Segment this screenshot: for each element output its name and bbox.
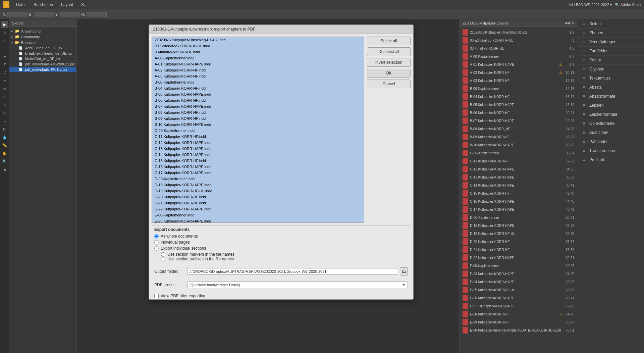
page-item[interactable]: B-05 Kultpapier-KORR-HAPE 18-19 bbox=[461, 101, 576, 109]
select-tool[interactable]: ▶ bbox=[1, 21, 8, 28]
page-item[interactable]: E27_Kultpapier-KORR-HAPE 72-73 bbox=[461, 302, 576, 310]
hand-tool[interactable]: ✋ bbox=[1, 150, 8, 157]
chapter-item[interactable]: C-00-Kapiteltrenner.indd bbox=[152, 128, 364, 134]
page-item[interactable]: D-18 Kultpapier-KORR-HAPE 52-53 bbox=[461, 221, 576, 230]
page-item[interactable]: B-00-Kapiteltrenner 14-15 bbox=[461, 85, 576, 93]
page-item[interactable]: E-25 Kultpapier-KORR-HF-UL 68-69 bbox=[461, 286, 576, 294]
chapter-item[interactable]: C-12 Kultpapier-KORR-HAPE.indd bbox=[152, 140, 364, 146]
collapse-panel-button[interactable]: ◀◀ bbox=[565, 21, 570, 25]
page-item[interactable]: A-01 Kultpapier-KORR-HAPE ⚠ 8-9 bbox=[461, 60, 576, 68]
panel-item-stroke[interactable]: ≡ Kontur bbox=[577, 56, 644, 65]
page-item[interactable]: D-21 Kultpapier-KORR-HF 58-59 bbox=[461, 246, 576, 254]
free-transform-tool[interactable]: ↔ bbox=[1, 117, 8, 125]
zoom-tool[interactable]: 🔍 bbox=[1, 158, 8, 165]
page-item[interactable]: C-15 Kultpapier-KORR-HF 42-43 bbox=[461, 189, 576, 197]
page-item[interactable]: E-24 Kultpapier-KORR-HAPE 66-67 bbox=[461, 278, 576, 286]
chapter-item[interactable]: D-20 Kultpapier-KORR-HF.indd bbox=[152, 194, 364, 200]
ellipse-tool[interactable]: ○ bbox=[1, 101, 8, 109]
page-item[interactable]: E-30 Kultpapier-Innentel-ARBEITSDATEI-v1… bbox=[461, 326, 576, 334]
menu-bearbeiten[interactable]: Bearbeiten bbox=[32, 2, 54, 8]
page-item[interactable]: B-09 Kultpapier-KORR-HF 26-27 bbox=[461, 133, 576, 141]
browse-folder-button[interactable]: 🗂 bbox=[400, 267, 408, 275]
panel-item-paragraph[interactable]: ≡ Absatz bbox=[577, 83, 644, 92]
page-item[interactable]: B-06 Kultpapier-KORR-HF 20-21 bbox=[461, 109, 576, 117]
page-item[interactable]: C-11 Kultpapier-KORR-HF 32-33 bbox=[461, 157, 576, 165]
page-item[interactable]: C-12 Kultpapier-KORR-HAPE 34-35 bbox=[461, 165, 576, 173]
chapter-item[interactable]: C-13 Kultpapier-KORR-HAPE.indd bbox=[152, 146, 364, 152]
page-item[interactable]: E-29 Kultpapier-KORR-HF 76-77 bbox=[461, 318, 576, 326]
page-item[interactable]: E-23 Kultpapier-KORR-HAPE 64-65 bbox=[461, 270, 576, 278]
y-input[interactable] bbox=[60, 12, 80, 17]
menu-layout[interactable]: Layout bbox=[60, 2, 74, 8]
page-item[interactable]: C-17 Kultpapier-KORR-HAPE 46-49 bbox=[461, 205, 576, 213]
menu-datei[interactable]: Datei bbox=[15, 2, 27, 8]
page-item[interactable]: D-19 Kultpapier-KORR-HF-UL 54-55 bbox=[461, 230, 576, 238]
chapter-item[interactable]: B-08 Kultpapier-KORR-HF.indd bbox=[152, 109, 364, 115]
chapter-item[interactable]: B-05 Kultpapier-KORR-HAPE.indd bbox=[152, 91, 364, 97]
fill-stroke-tool[interactable]: ■ bbox=[1, 166, 8, 173]
page-item[interactable]: A-02 Kultpapier-KORR-HF ⚠ 10-11 bbox=[461, 68, 576, 77]
chapter-item[interactable]: C-16 Kultpapier-KORR-HAPE.indd bbox=[152, 164, 364, 170]
page-item[interactable]: B-04 Kultpapier-KORR-HF 16-17 bbox=[461, 93, 576, 101]
view-pdf-label[interactable]: View PDF after exporting bbox=[161, 294, 205, 298]
chapter-item[interactable]: B-06 Kultpapier-KORR-HF.indd bbox=[152, 97, 364, 103]
page-item[interactable]: A-00-Kapiteltrenner 6-7 bbox=[461, 52, 576, 60]
gap-tool[interactable]: ⊞ bbox=[1, 45, 8, 52]
output-folder-input[interactable] bbox=[187, 268, 397, 275]
pencil-tool[interactable]: ✏ bbox=[1, 85, 8, 93]
radio-whole-documents[interactable]: As whole documents bbox=[154, 234, 408, 239]
radio-individual-pages[interactable]: Individual pages bbox=[154, 240, 408, 245]
tree-item-community[interactable]: ▶ 📁 Community bbox=[9, 34, 76, 40]
panel-item-para-styles[interactable]: ≡ Absatzformate bbox=[577, 92, 644, 101]
text-tool[interactable]: T bbox=[1, 61, 8, 68]
chapter-item[interactable]: B-09 Kultpapier-KORR-HF.indd bbox=[152, 115, 364, 121]
pdf-preset-select[interactable]: [Qualitativ hochwertiger Druck] bbox=[187, 282, 408, 288]
chapter-item[interactable]: 00-Inhalt-v3-KORR-UL.indd bbox=[152, 49, 364, 55]
tree-item-pdfindividuals1[interactable]: 📄 pdf_individuals-PK-200621.jsx bbox=[9, 61, 76, 67]
page-item[interactable]: 00 Editorial-v5-KORR-HF-UL 3 bbox=[461, 36, 576, 44]
tree-item-anwendung[interactable]: ▶ 📁 Anwendung bbox=[9, 28, 76, 34]
page-item[interactable]: C-13 Kultpapier-KORR-HAPE 36-37 bbox=[461, 173, 576, 181]
line-tool[interactable]: ╱ bbox=[1, 69, 8, 77]
radio-section-markers[interactable]: Use section markers in the file names bbox=[161, 252, 408, 257]
tree-item-breaktext[interactable]: 📄 BreakTextThread_de_DE.jsx bbox=[9, 51, 76, 56]
page-item[interactable]: D-22 Kultpapier-KORR-HAPE 60-61 bbox=[461, 254, 576, 262]
radio-section-prefixes[interactable]: Use section prefixes in the file names bbox=[161, 257, 408, 261]
chapter-item[interactable]: D-22 Kultpapier-KORR-HAPE.indd bbox=[152, 206, 364, 212]
chapter-list[interactable]: 210208-1-Kultpapier-Umschlag-U1-U2.indd0… bbox=[152, 37, 364, 223]
chapter-item[interactable]: B-04 Kultpapier-KORR-HF.indd bbox=[152, 85, 364, 91]
panel-item-character[interactable]: ≡ Zeichen bbox=[577, 101, 644, 110]
page-item[interactable]: C-14 Kultpapier-KORR-HAPE 38-41 bbox=[461, 181, 576, 189]
chapter-item[interactable]: B-07 Kultpapier-KORR-HAPE.indd bbox=[152, 103, 364, 109]
chapter-item[interactable]: E-00-Kapiteltrenner.indd bbox=[152, 212, 364, 218]
direct-select-tool[interactable]: ↖ bbox=[1, 29, 8, 36]
close-panel-button[interactable]: ✕ bbox=[571, 21, 574, 25]
panel-item-object-styles[interactable]: ≡ Objektformate bbox=[577, 119, 644, 128]
page-item[interactable]: E-26 Kultpapier-KORR-HAPE 70-71 bbox=[461, 294, 576, 302]
tree-item-benutzer[interactable]: ▼ 📂 Benutzer bbox=[9, 40, 76, 45]
panel-item-layers[interactable]: ≡ Ebenen bbox=[577, 29, 644, 38]
gradient-tool[interactable]: ◫ bbox=[1, 125, 8, 133]
eyedropper-tool[interactable]: 💧 bbox=[1, 134, 8, 141]
measure-tool[interactable]: 📏 bbox=[1, 142, 8, 149]
page-item[interactable]: E-00-Kapiteltrenner 62-63 bbox=[461, 262, 576, 270]
panel-item-links[interactable]: ≡ Verknüpfungen bbox=[577, 38, 644, 47]
view-pdf-checkbox[interactable] bbox=[154, 294, 159, 298]
panel-item-swatches[interactable]: ≡ Farbfelder bbox=[577, 47, 644, 56]
chapter-item[interactable]: C-11 Kultpapier-KORR-HF.indd bbox=[152, 134, 364, 140]
chapter-item[interactable]: D-21 Kultpapier-KORR-HF.indd bbox=[152, 200, 364, 206]
ok-button[interactable]: OK bbox=[367, 69, 411, 78]
panel-item-char-styles[interactable]: ≡ Zeichenformate bbox=[577, 110, 644, 119]
chapter-item[interactable]: E-23 Kultpapier-KORR-HAPE.indd bbox=[152, 218, 364, 223]
chapter-item[interactable]: A-03 Kultpapier-KORR-HF.indd bbox=[152, 73, 364, 79]
chapter-item[interactable]: D-18 Kultpapier-KORR-HAPE.indd bbox=[152, 182, 364, 188]
chapter-item[interactable]: C-14 Kultpapier-KORR-HAPE.indd bbox=[152, 152, 364, 158]
deselect-all-button[interactable]: Deselect all bbox=[367, 47, 411, 56]
pen-tool[interactable]: ✒ bbox=[1, 77, 8, 85]
chapter-item[interactable]: D-19 Kultpapier-KORR-HF-UL.indd bbox=[152, 188, 364, 194]
scissors-tool[interactable]: ✂ bbox=[1, 109, 8, 117]
page-item[interactable]: B-10 Kultpapier-KORR-HAPE 28-29 bbox=[461, 141, 576, 149]
x-input[interactable] bbox=[7, 12, 28, 17]
invert-selection-button[interactable]: Invert selection bbox=[367, 58, 411, 67]
menu-s[interactable]: S... bbox=[80, 2, 89, 8]
